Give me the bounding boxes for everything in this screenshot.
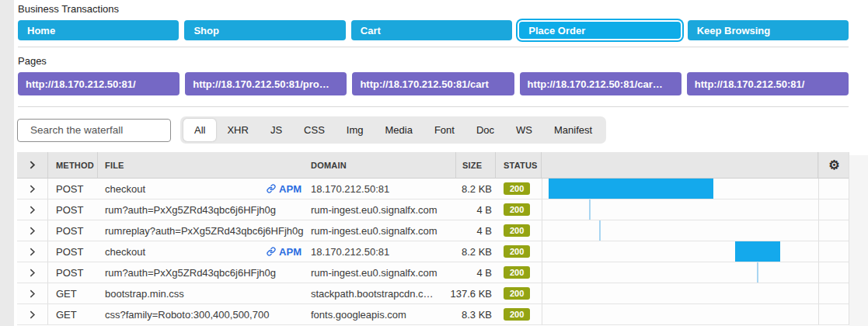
domain-cell: 18.170.212.50:81 xyxy=(303,241,456,262)
waterfall-bar[interactable] xyxy=(589,199,591,220)
chevron-right-icon xyxy=(28,206,37,214)
file-name: bootstrap.min.css xyxy=(105,288,184,300)
page-button-5[interactable]: http://18.170.212.50:81/ xyxy=(687,72,849,95)
waterfall-bar[interactable] xyxy=(757,262,758,283)
method-cell: POST xyxy=(48,199,98,220)
domain-cell: rum-ingest.eu0.signalfx.com xyxy=(303,262,456,283)
row-gear-cell xyxy=(818,304,849,324)
filter-tab-doc[interactable]: Doc xyxy=(465,119,505,141)
table-row: POST rum?auth=PxXg5ZRd43qbc6j6HFjh0g rum… xyxy=(17,199,849,220)
method-cell: POST xyxy=(48,241,98,262)
page-button-4[interactable]: http://18.170.212.50:81/car… xyxy=(520,72,682,95)
row-expand-toggle[interactable] xyxy=(17,179,48,199)
bt-button-shop[interactable]: Shop xyxy=(184,20,345,40)
status-badge: 200 xyxy=(504,287,530,300)
status-cell: 200 xyxy=(496,220,542,241)
row-gear-cell xyxy=(818,283,849,303)
filter-tab-css[interactable]: CSS xyxy=(293,119,336,141)
expand-all-header[interactable] xyxy=(17,152,48,178)
column-header-size: SIZE xyxy=(456,152,496,178)
column-header-file: FILE xyxy=(98,152,303,178)
column-header-status: STATUS xyxy=(496,152,542,178)
size-cell: 8.2 KB xyxy=(456,179,496,199)
status-cell: 200 xyxy=(496,179,542,199)
waterfall-bar[interactable] xyxy=(599,220,601,241)
bt-button-home[interactable]: Home xyxy=(18,20,179,40)
waterfall-cell xyxy=(542,220,818,241)
page-button-1[interactable]: http://18.170.212.50:81/ xyxy=(18,72,180,95)
divider xyxy=(18,106,849,107)
waterfall-search[interactable] xyxy=(17,119,171,142)
status-badge: 200 xyxy=(504,245,530,258)
filter-tab-img[interactable]: Img xyxy=(336,119,375,141)
row-gear-cell xyxy=(818,220,849,241)
file-cell: checkout APM xyxy=(98,179,303,199)
table-row: POST rumreplay?auth=PxXg5ZRd43qbc6j6HFjh… xyxy=(17,220,849,241)
size-cell: 4 B xyxy=(456,199,496,220)
status-badge: 200 xyxy=(504,182,530,195)
filter-tab-js[interactable]: JS xyxy=(260,119,293,141)
business-transactions-row: Home Shop Cart Place Order Keep Browsing xyxy=(18,20,849,40)
size-cell: 8.3 KB xyxy=(456,304,496,324)
file-cell: css?family=Roboto:300,400,500,700 xyxy=(98,304,303,324)
file-name: rum?auth=PxXg5ZRd43qbc6j6HFjh0g xyxy=(105,267,276,279)
apm-link[interactable]: APM xyxy=(267,183,302,195)
content: Business Transactions Home Shop Cart Pla… xyxy=(14,0,868,326)
file-name: css?family=Roboto:300,400,500,700 xyxy=(105,309,269,321)
waterfall-cell xyxy=(542,179,818,199)
filter-tab-manifest[interactable]: Manifest xyxy=(543,119,603,141)
chevron-right-icon xyxy=(28,269,37,277)
method-cell: GET xyxy=(48,283,98,303)
bt-button-cart[interactable]: Cart xyxy=(351,20,512,40)
size-cell: 4 B xyxy=(456,262,496,283)
column-header-waterfall xyxy=(542,152,818,178)
status-cell: 200 xyxy=(496,283,542,303)
row-expand-toggle[interactable] xyxy=(17,199,48,220)
search-input[interactable] xyxy=(30,124,168,136)
waterfall-bar[interactable] xyxy=(735,241,780,262)
row-expand-toggle[interactable] xyxy=(17,283,48,303)
table-row: POST checkout APM 18.170.212.50:81 8.2 K… xyxy=(17,179,849,199)
link-icon xyxy=(267,247,276,256)
row-gear-cell xyxy=(818,179,849,199)
row-gear-cell xyxy=(818,262,849,283)
resource-filter-tabs: All XHR JS CSS Img Media Font Doc WS Man… xyxy=(180,116,606,144)
filter-tab-media[interactable]: Media xyxy=(374,119,423,141)
pages-row: http://18.170.212.50:81/ http://18.170.2… xyxy=(18,72,849,95)
waterfall-toolbar: All XHR JS CSS Img Media Font Doc WS Man… xyxy=(18,116,849,144)
status-badge: 200 xyxy=(504,308,530,321)
left-edge-strip xyxy=(0,0,14,326)
domain-cell: stackpath.bootstrapcdn.c… xyxy=(303,283,456,303)
file-cell: rumreplay?auth=PxXg5ZRd43qbc6j6HFjh0g xyxy=(98,220,303,241)
table-row: POST rum?auth=PxXg5ZRd43qbc6j6HFjh0g rum… xyxy=(17,262,849,283)
apm-link[interactable]: APM xyxy=(267,246,302,258)
row-gear-cell xyxy=(818,199,849,220)
chevron-right-icon xyxy=(28,227,37,235)
status-badge: 200 xyxy=(504,266,530,279)
pages-label: Pages xyxy=(18,55,849,67)
file-name: checkout xyxy=(105,246,145,258)
bt-button-keep-browsing[interactable]: Keep Browsing xyxy=(688,20,849,40)
domain-cell: rum-ingest.eu0.signalfx.com xyxy=(303,199,456,220)
page-button-2[interactable]: http://18.170.212.50:81/pro… xyxy=(185,72,347,95)
status-cell: 200 xyxy=(496,241,542,262)
filter-tab-all[interactable]: All xyxy=(183,119,216,141)
row-expand-toggle[interactable] xyxy=(17,241,48,262)
status-badge: 200 xyxy=(504,224,530,237)
apm-link-label: APM xyxy=(279,183,302,195)
file-name: rum?auth=PxXg5ZRd43qbc6j6HFjh0g xyxy=(105,204,276,216)
row-expand-toggle[interactable] xyxy=(17,262,48,283)
size-cell: 8.2 KB xyxy=(456,241,496,262)
bt-button-place-order[interactable]: Place Order xyxy=(518,20,682,40)
filter-tab-xhr[interactable]: XHR xyxy=(216,119,259,141)
filter-tab-ws[interactable]: WS xyxy=(505,119,543,141)
table-settings-cell[interactable]: ⚙ xyxy=(818,152,849,178)
waterfall-bar[interactable] xyxy=(549,179,713,199)
row-expand-toggle[interactable] xyxy=(17,220,48,241)
filter-tab-font[interactable]: Font xyxy=(424,119,465,141)
size-cell: 4 B xyxy=(456,220,496,241)
page-button-3[interactable]: http://18.170.212.50:81/cart xyxy=(352,72,514,95)
gear-icon[interactable]: ⚙ xyxy=(828,159,840,172)
link-icon xyxy=(267,184,276,193)
row-expand-toggle[interactable] xyxy=(17,304,48,324)
